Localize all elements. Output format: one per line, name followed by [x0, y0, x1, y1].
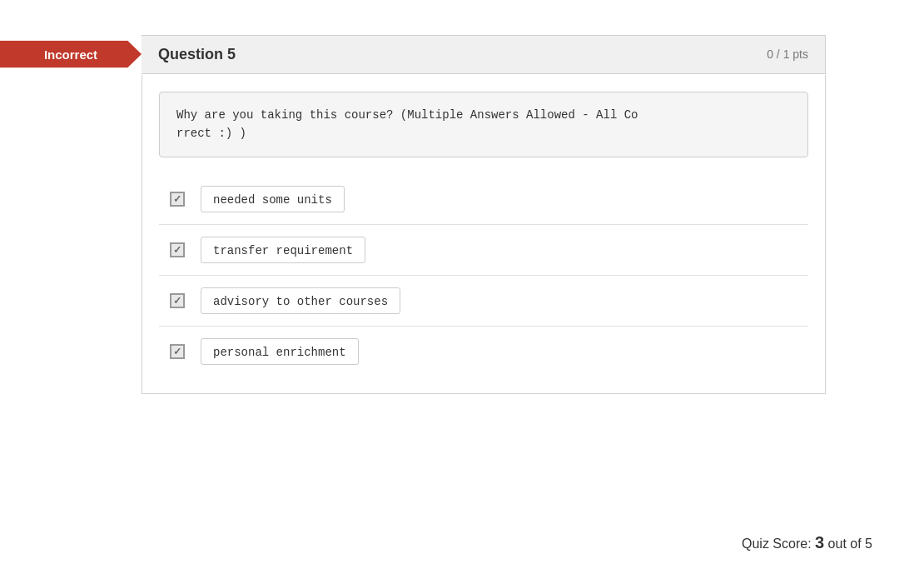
incorrect-badge: Incorrect — [0, 41, 142, 68]
quiz-score-suffix: out of 5 — [824, 537, 872, 551]
answer-label-box-3: advisory to other courses — [201, 287, 400, 314]
question-title-bar: Question 5 0 / 1 pts — [142, 35, 826, 74]
quiz-score-value: 3 — [815, 533, 824, 552]
answer-item-1: needed some units — [159, 174, 808, 224]
answer-label-text-4: personal enrichment — [213, 346, 346, 359]
answer-label-box-1: needed some units — [201, 186, 345, 212]
question-body: Why are you taking this course? (Multipl… — [142, 75, 826, 394]
answer-item-4: personal enrichment — [159, 326, 808, 377]
checkbox-1[interactable] — [167, 189, 187, 209]
incorrect-label: Incorrect — [44, 47, 97, 62]
answer-label-text-1: needed some units — [213, 193, 332, 207]
question-points: 0 / 1 pts — [767, 47, 808, 61]
answer-label-text-3: advisory to other courses — [213, 295, 388, 308]
quiz-score-bar: Quiz Score: 3 out of 5 — [742, 533, 872, 552]
question-text-box: Why are you taking this course? (Multipl… — [159, 92, 808, 157]
quiz-score-prefix: Quiz Score: — [742, 537, 815, 551]
question-text-line1: Why are you taking this course? (Multipl… — [176, 108, 638, 122]
question-header: Incorrect Question 5 0 / 1 pts — [52, 33, 826, 75]
question-title: Question 5 — [158, 46, 236, 63]
answer-label-box-4: personal enrichment — [201, 338, 359, 365]
page-container: Incorrect Question 5 0 / 1 pts Why are y… — [0, 0, 924, 569]
checkbox-checked-3[interactable] — [170, 293, 185, 308]
answer-item-3: advisory to other courses — [159, 275, 808, 326]
answer-label-box-2: transfer requirement — [201, 237, 365, 263]
checkbox-checked-1[interactable] — [170, 192, 185, 207]
checkbox-2[interactable] — [167, 240, 187, 260]
question-text: Why are you taking this course? (Multipl… — [176, 106, 791, 143]
checkbox-checked-4[interactable] — [170, 344, 185, 359]
checkbox-3[interactable] — [167, 291, 187, 311]
question-text-line2: rrect :) ) — [176, 127, 246, 140]
answers-list: needed some units transfer requirement — [159, 174, 808, 377]
question-wrapper: Incorrect Question 5 0 / 1 pts Why are y… — [52, 33, 826, 394]
checkbox-checked-2[interactable] — [170, 242, 185, 257]
checkbox-4[interactable] — [167, 342, 187, 362]
answer-label-text-2: transfer requirement — [213, 244, 353, 257]
answer-item-2: transfer requirement — [159, 224, 808, 275]
